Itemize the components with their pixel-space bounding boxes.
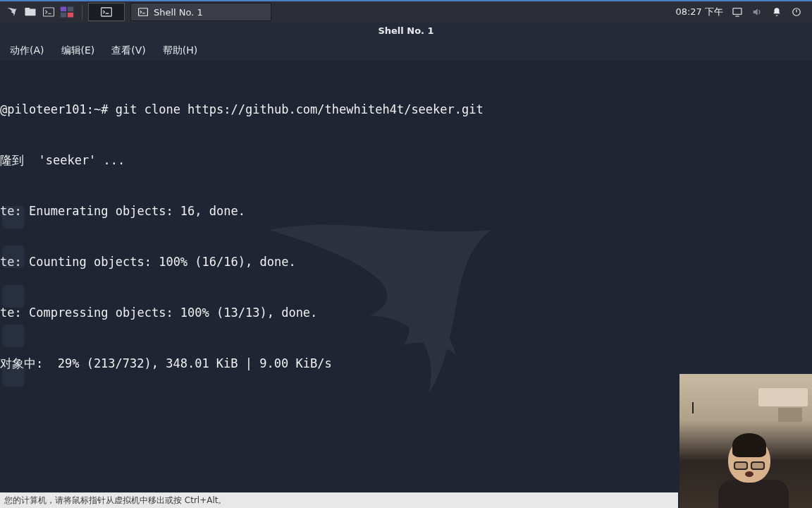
terminal-line: 隆到 'seeker' ...	[0, 152, 812, 169]
menu-help[interactable]: 帮助(H)	[163, 44, 197, 57]
power-tray-icon[interactable]	[791, 6, 802, 18]
terminal-launcher-icon[interactable]	[39, 3, 58, 21]
terminal-title: Shell No. 1	[0, 23, 812, 40]
webcam-shelf	[758, 388, 808, 406]
terminal-icon	[138, 8, 148, 16]
svg-rect-5	[61, 13, 66, 18]
svg-rect-8	[139, 8, 148, 16]
taskbar-right: 08:27 下午	[675, 6, 809, 18]
taskbar: Shell No. 1 08:27 下午	[0, 0, 812, 23]
volume-tray-icon[interactable]	[751, 6, 763, 18]
clock[interactable]: 08:27 下午	[675, 6, 723, 18]
kali-menu-icon[interactable]	[3, 3, 21, 21]
desktop-icon[interactable]	[2, 206, 25, 229]
taskbar-window-shell[interactable]: Shell No. 1	[130, 3, 271, 21]
webcam-box	[778, 408, 802, 422]
display-tray-icon[interactable]	[732, 6, 743, 18]
terminal-line: te: Enumerating objects: 16, done.	[0, 202, 812, 219]
workspace-icon[interactable]	[58, 3, 76, 21]
desktop-icons-faint	[2, 206, 30, 404]
svg-rect-6	[68, 13, 73, 18]
terminal-line: te: Counting objects: 100% (16/16), done…	[0, 253, 812, 270]
terminal-line: 对象中: 29% (213/732), 348.01 KiB | 9.00 Ki…	[0, 355, 812, 372]
menu-view[interactable]: 查看(V)	[111, 44, 146, 57]
desktop-icon[interactable]	[2, 246, 25, 268]
svg-rect-3	[61, 7, 66, 12]
menu-edit[interactable]: 编辑(E)	[61, 44, 95, 57]
svg-rect-9	[733, 8, 742, 15]
svg-rect-7	[102, 8, 112, 16]
svg-rect-1	[25, 8, 30, 10]
taskbar-window-label: Shell No. 1	[154, 7, 203, 18]
taskbar-left: Shell No. 1	[3, 3, 271, 21]
svg-rect-4	[68, 7, 73, 12]
svg-rect-2	[44, 8, 54, 16]
terminal-menu: 动作(A) 编辑(E) 查看(V) 帮助(H)	[0, 40, 812, 61]
desktop-icon[interactable]	[2, 364, 25, 387]
desktop-icon[interactable]	[2, 325, 25, 347]
menu-actions[interactable]: 动作(A)	[10, 44, 44, 57]
launcher-group	[3, 3, 76, 21]
separator	[82, 5, 82, 19]
terminal-line: te: Compressing objects: 100% (13/13), d…	[0, 304, 812, 321]
webcam-text-cursor	[692, 402, 694, 413]
files-icon[interactable]	[21, 3, 39, 21]
webcam-person	[718, 437, 780, 508]
desktop-icon[interactable]	[2, 285, 25, 308]
webcam-overlay	[679, 374, 812, 508]
terminal-body[interactable]: @piloteer101:~# git clone https://github…	[0, 61, 812, 406]
notification-tray-icon[interactable]	[771, 6, 782, 18]
terminal-line: @piloteer101:~# git clone https://github…	[0, 101, 812, 118]
vm-hint-text: 您的计算机，请将鼠标指针从虚拟机中移出或按 Ctrl+Alt。	[4, 495, 226, 507]
taskbar-pinned-terminal[interactable]	[88, 3, 125, 21]
vm-hint-bar: 您的计算机，请将鼠标指针从虚拟机中移出或按 Ctrl+Alt。	[0, 492, 678, 508]
